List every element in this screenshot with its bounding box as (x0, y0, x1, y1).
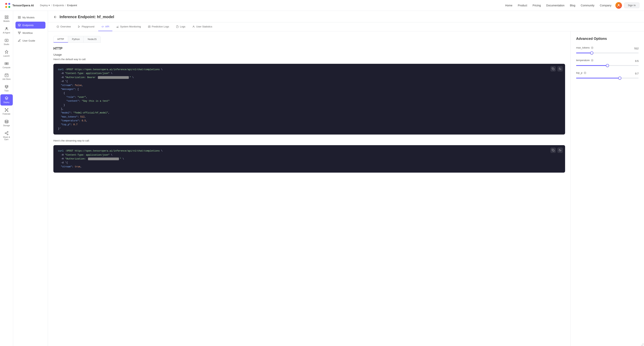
sidebar-label-compute: Compute (2, 66, 10, 69)
streaming-copy-button[interactable] (550, 147, 556, 153)
svg-rect-28 (20, 16, 20, 17)
code-content-default: curl -XPOST https://open.tensoropera.ai/… (58, 68, 560, 131)
deploy-icon (4, 96, 9, 100)
code-tab-nodejs[interactable]: NodeJS (84, 36, 100, 42)
sub-sidebar-user-guide-label: User Guide (22, 39, 35, 42)
option-temperature: temperature i 0.5 (576, 59, 638, 66)
sidebar-label-train: Train (4, 90, 8, 92)
sub-sidebar-endpoints[interactable]: Endpoints (16, 22, 46, 29)
svg-rect-30 (20, 17, 20, 18)
api-icon (101, 25, 104, 28)
code-tab-python[interactable]: Python (68, 36, 84, 42)
back-arrow-icon (54, 15, 57, 19)
code-content-streaming: curl -XPOST https://open.tensoropera.ai/… (58, 149, 560, 169)
nav-blog[interactable]: Blog (570, 4, 575, 7)
tab-overview[interactable]: Overview (54, 22, 74, 31)
sidebar-label-federate: Federate (2, 113, 10, 115)
nav-home[interactable]: Home (505, 4, 512, 7)
api-panel: HTTP Python NodeJS HTTP Usage Here's the… (48, 31, 570, 346)
nav-documentation[interactable]: Documentation (546, 4, 564, 7)
sidebar-label-launch: Launch (3, 55, 10, 57)
max-tokens-slider[interactable] (576, 52, 638, 53)
temperature-info[interactable]: i (591, 59, 594, 62)
copy-button[interactable] (550, 66, 556, 71)
nav-product[interactable]: Product (518, 4, 527, 7)
storage-icon (4, 119, 9, 124)
logo[interactable]: TensorOpera AI (5, 2, 34, 8)
sidebar-label-studio: Studio (4, 43, 9, 46)
streaming-dark-mode-button[interactable] (557, 147, 563, 153)
nav-pricing[interactable]: Pricing (532, 4, 541, 7)
temperature-value: 0.5 (635, 59, 638, 62)
nav-community[interactable]: Community (581, 4, 594, 7)
sub-sidebar-user-guide[interactable]: User Guide (16, 37, 46, 44)
left-sidebar: Models AI Agent Studio Launch (0, 11, 13, 346)
sidebar-item-federate[interactable]: Federate (0, 106, 13, 117)
sidebar-item-studio[interactable]: Studio (0, 36, 13, 47)
sidebar-item-compute[interactable]: Compute (0, 59, 13, 71)
svg-point-16 (6, 86, 6, 87)
temperature-slider[interactable] (576, 65, 638, 66)
sidebar-item-models[interactable]: Models (0, 13, 13, 24)
resize-handle[interactable] (641, 343, 643, 345)
streaming-copy-icon (552, 149, 554, 152)
avatar-icon (617, 4, 620, 7)
svg-point-25 (5, 133, 6, 134)
sidebar-item-job-store[interactable]: Job Store (0, 71, 13, 82)
tab-api[interactable]: API (98, 22, 112, 31)
dark-mode-button[interactable] (557, 66, 563, 71)
sidebar-item-ai-agent[interactable]: AI Agent (0, 25, 13, 36)
top-p-value: 0.7 (635, 72, 638, 75)
svg-marker-35 (78, 25, 80, 28)
max-tokens-info[interactable]: i (591, 46, 594, 49)
sidebar-label-job-store: Job Store (2, 78, 11, 80)
code-tabs-container: HTTP Python NodeJS (54, 36, 565, 43)
sidebar-item-storage[interactable]: Storage (0, 117, 13, 129)
temperature-thumb[interactable] (606, 64, 609, 67)
nav-company[interactable]: Company (600, 4, 612, 7)
temperature-fill (576, 65, 608, 66)
sidebar-label-models: Models (3, 20, 10, 22)
sidebar-item-share-earn[interactable]: Share & Earn (0, 129, 13, 143)
sidebar-item-launch[interactable]: Launch (0, 48, 13, 59)
sign-in-button[interactable]: Sign In (624, 2, 639, 8)
chart-icon (116, 25, 119, 28)
tab-user-statistics[interactable]: User Statistics (189, 22, 215, 31)
tab-system-monitoring[interactable]: System Monitoring (113, 22, 144, 31)
logo-text: TensorOpera AI (12, 4, 34, 7)
user-avatar[interactable] (616, 2, 622, 9)
top-p-thumb[interactable] (618, 76, 621, 80)
tab-playground[interactable]: Playground (75, 22, 98, 31)
streaming-code-block: curl -XPOST https://open.tensoropera.ai/… (54, 145, 565, 173)
svg-point-1 (8, 3, 10, 5)
sub-sidebar-my-models[interactable]: My Models (16, 14, 46, 21)
top-p-info[interactable]: i (584, 71, 586, 74)
max-tokens-value: 512 (634, 47, 638, 50)
svg-point-3 (8, 6, 10, 8)
top-nav: TensorOpera AI Deploy ▾ / Endpoints / En… (0, 0, 644, 11)
sidebar-item-train[interactable]: Train (0, 83, 13, 94)
breadcrumb-deploy[interactable]: Deploy ▾ (40, 4, 50, 7)
code-tab-http[interactable]: HTTP (54, 36, 68, 42)
usage-heading: Usage (54, 53, 565, 56)
logo-icon (5, 2, 11, 8)
breadcrumb-endpoints[interactable]: Endpoints (53, 4, 64, 7)
app-layout: Models AI Agent Studio Launch (0, 11, 644, 346)
sub-sidebar-workflow[interactable]: Workflow (16, 29, 46, 36)
tab-logs[interactable]: Logs (173, 22, 188, 31)
svg-rect-6 (7, 16, 8, 17)
max-tokens-label: max_tokens i (576, 46, 594, 49)
breadcrumb-current: Endpoint (67, 4, 77, 7)
clock-icon (56, 25, 59, 28)
svg-rect-7 (5, 17, 6, 19)
top-p-slider[interactable] (576, 78, 638, 78)
advanced-options-panel: Advanced Options max_tokens i 512 (570, 31, 644, 346)
tab-prediction-logs[interactable]: Prediction Logs (145, 22, 172, 31)
svg-rect-33 (19, 33, 20, 34)
back-button[interactable] (54, 15, 57, 19)
copy-icon (552, 67, 554, 70)
svg-rect-8 (7, 17, 8, 19)
max-tokens-thumb[interactable] (590, 51, 593, 54)
max-tokens-fill (576, 52, 592, 53)
sidebar-item-deploy[interactable]: Deploy (0, 94, 13, 105)
